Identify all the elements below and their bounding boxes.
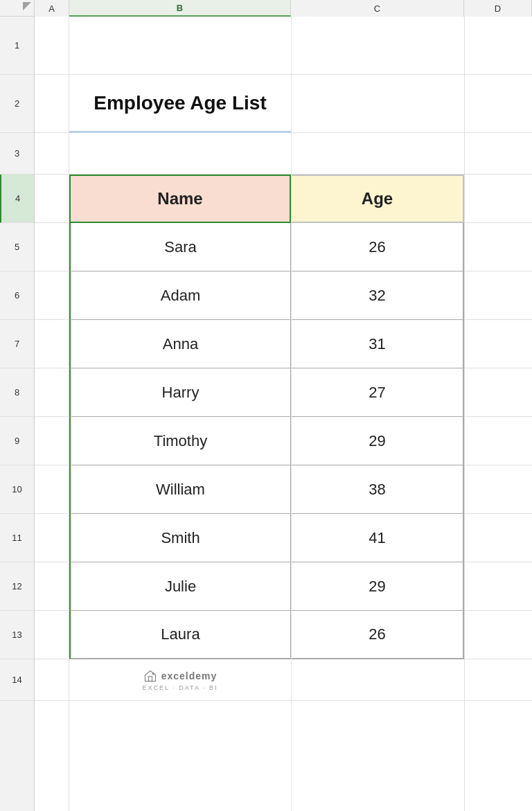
cell-a13[interactable] <box>35 611 69 659</box>
cell-b11[interactable]: Smith <box>69 514 291 562</box>
row-num-1: 1 <box>0 17 34 75</box>
cell-b4-header[interactable]: Name <box>69 175 291 223</box>
cell-c8[interactable]: 27 <box>292 368 464 417</box>
row-num-14: 14 <box>0 659 34 701</box>
cell-c1[interactable] <box>292 17 464 75</box>
watermark: exceldemy EXCEL · DATA · BI <box>143 669 218 691</box>
cell-a10[interactable] <box>35 465 69 514</box>
cell-b1[interactable] <box>69 17 291 75</box>
row-num-2: 2 <box>0 75 34 133</box>
watermark-brand: exceldemy <box>161 670 218 681</box>
col-b-cells: Employee Age List Name Sara Adam Anna Ha… <box>69 17 291 811</box>
cell-d2[interactable] <box>465 75 532 133</box>
cell-a1[interactable] <box>35 17 69 75</box>
cell-d14[interactable] <box>465 659 532 701</box>
cell-b10[interactable]: William <box>69 465 291 514</box>
cell-d11[interactable] <box>465 514 532 562</box>
cell-b12[interactable]: Julie <box>69 562 291 611</box>
cell-a8[interactable] <box>35 368 69 417</box>
row-num-7: 7 <box>0 320 34 368</box>
col-header-b[interactable]: B <box>69 0 291 17</box>
cell-b8[interactable]: Harry <box>69 368 291 417</box>
cell-a7[interactable] <box>35 320 69 368</box>
row-num-8: 8 <box>0 368 34 417</box>
cell-d8[interactable] <box>465 368 532 417</box>
watermark-logo: exceldemy <box>143 669 218 683</box>
cell-a12[interactable] <box>35 562 69 611</box>
watermark-tagline: EXCEL · DATA · BI <box>143 684 218 691</box>
cell-a5[interactable] <box>35 223 69 271</box>
spreadsheet: A B C D 1 2 3 4 5 6 7 8 9 10 11 12 13 14 <box>0 0 532 811</box>
cell-d9[interactable] <box>465 417 532 465</box>
cell-a4[interactable] <box>35 175 69 223</box>
cell-c4-header[interactable]: Age <box>292 175 464 223</box>
house-icon <box>143 669 157 683</box>
cell-c5[interactable]: 26 <box>292 223 464 271</box>
cell-d3[interactable] <box>465 133 532 175</box>
cell-b3[interactable] <box>69 133 291 175</box>
col-c-cells: Age 26 32 31 27 29 38 41 29 26 <box>291 17 464 811</box>
grid-body: 1 2 3 4 5 6 7 8 9 10 11 12 13 14 <box>0 17 532 811</box>
row-num-9: 9 <box>0 417 34 465</box>
row-num-11: 11 <box>0 514 34 562</box>
row-num-13: 13 <box>0 611 34 659</box>
cell-c14[interactable] <box>292 659 464 701</box>
cell-d6[interactable] <box>465 271 532 320</box>
cell-b14[interactable]: exceldemy EXCEL · DATA · BI <box>69 659 291 701</box>
cell-d10[interactable] <box>465 465 532 514</box>
col-header-c[interactable]: C <box>291 0 464 17</box>
cell-b9[interactable]: Timothy <box>69 417 291 465</box>
cell-c9[interactable]: 29 <box>292 417 464 465</box>
row-numbers: 1 2 3 4 5 6 7 8 9 10 11 12 13 14 <box>0 17 35 811</box>
cell-d13[interactable] <box>465 611 532 659</box>
cell-d7[interactable] <box>465 320 532 368</box>
cell-a3[interactable] <box>35 133 69 175</box>
col-a-cells <box>35 17 69 811</box>
cell-c10[interactable]: 38 <box>292 465 464 514</box>
cell-c12[interactable]: 29 <box>292 562 464 611</box>
cell-a9[interactable] <box>35 417 69 465</box>
cell-c6[interactable]: 32 <box>292 271 464 320</box>
cell-d5[interactable] <box>465 223 532 271</box>
col-header-d[interactable]: D <box>464 0 532 17</box>
svg-point-1 <box>152 672 154 675</box>
cell-b13[interactable]: Laura <box>69 611 291 659</box>
corner-cell <box>0 0 35 17</box>
grid-content: Employee Age List Name Sara Adam Anna Ha… <box>35 17 532 811</box>
row-num-3: 3 <box>0 133 34 175</box>
svg-rect-0 <box>148 676 152 681</box>
cell-c2[interactable] <box>292 75 464 133</box>
cell-a14[interactable] <box>35 659 69 701</box>
cell-a11[interactable] <box>35 514 69 562</box>
cell-c3[interactable] <box>292 133 464 175</box>
cell-d12[interactable] <box>465 562 532 611</box>
row-num-6: 6 <box>0 271 34 320</box>
cell-c13[interactable]: 26 <box>292 611 464 659</box>
row-num-10: 10 <box>0 465 34 514</box>
cell-c11[interactable]: 41 <box>292 514 464 562</box>
cell-d4[interactable] <box>465 175 532 223</box>
cell-b5[interactable]: Sara <box>69 223 291 271</box>
cell-d1[interactable] <box>465 17 532 75</box>
row-num-4: 4 <box>0 175 34 223</box>
col-header-a[interactable]: A <box>35 0 69 17</box>
row-num-5: 5 <box>0 223 34 271</box>
col-d-cells <box>464 17 532 811</box>
cell-b2[interactable]: Employee Age List <box>69 75 291 133</box>
column-headers: A B C D <box>0 0 532 17</box>
cell-b6[interactable]: Adam <box>69 271 291 320</box>
cell-b7[interactable]: Anna <box>69 320 291 368</box>
cell-c7[interactable]: 31 <box>292 320 464 368</box>
cell-a6[interactable] <box>35 271 69 320</box>
cell-a2[interactable] <box>35 75 69 133</box>
row-num-12: 12 <box>0 562 34 611</box>
